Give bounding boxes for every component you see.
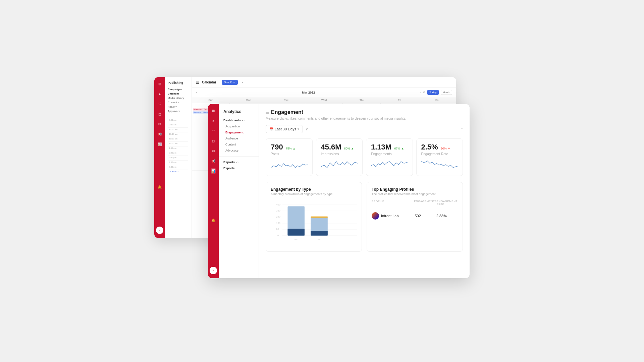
- time-slot-6: 12:00 am: [168, 141, 188, 146]
- analytics-sidebar-icon-mail[interactable]: ✉: [211, 148, 216, 154]
- day-mon: Mon: [230, 97, 268, 103]
- sidebar-icon-grid[interactable]: ⊞: [157, 81, 162, 86]
- nav-item-ready[interactable]: Ready ›: [168, 105, 189, 109]
- nav-item-content[interactable]: Content ›: [168, 100, 189, 105]
- table-header: Profile Engagements Engagement Rate: [372, 200, 458, 208]
- today-button[interactable]: Today: [427, 90, 438, 95]
- calendar-header: Calendar New Post ▾: [192, 77, 456, 88]
- sidebar-icon-arrow[interactable]: ➤: [157, 91, 162, 97]
- menu-icon[interactable]: [196, 81, 199, 84]
- calendar-filter-icon[interactable]: ▾: [242, 81, 243, 84]
- svg-text:----: ----: [294, 238, 298, 240]
- funnel-icon[interactable]: ⊽: [306, 127, 308, 131]
- prev-month-btn[interactable]: ‹: [196, 91, 197, 94]
- next-month-btn[interactable]: ›: [420, 91, 421, 94]
- day-tue: Tue: [267, 97, 305, 103]
- nav-sub-engagement[interactable]: Engagement: [219, 129, 259, 135]
- sidebar-icon-megaphone[interactable]: 📢: [157, 131, 162, 137]
- exports-section[interactable]: Exports: [219, 165, 259, 171]
- publishing-title: Publishing: [168, 81, 189, 84]
- sidebar-icon-bell[interactable]: 🔔: [157, 184, 162, 189]
- settings-icon[interactable]: ⚙: [423, 91, 425, 94]
- time-slot-2: 9:30 am: [168, 123, 188, 127]
- analytics-nav: Analytics Dashboards › Acquisition Engag…: [219, 104, 259, 278]
- rate-sparkline: [421, 159, 458, 170]
- chart-title: Engagement by Type: [271, 187, 357, 192]
- analytics-sidebar-icon-megaphone[interactable]: 📢: [211, 158, 216, 164]
- bar-chart-area: 400 320 240 160 80 0: [271, 200, 357, 247]
- day-sun: Sun: [192, 97, 230, 103]
- posts-label: Posts: [271, 152, 308, 156]
- profile-name: Infront Lab: [381, 214, 399, 218]
- calendar-day-headers: Sun Mon Tue Wed Thu Fri Sat: [192, 97, 456, 103]
- time-slot-8: 2:00 pm: [168, 151, 188, 156]
- analytics-menu-icon[interactable]: [266, 111, 269, 114]
- calendar-left-nav: Publishing Campaigns Calendar Media Libr…: [165, 77, 192, 238]
- month-view-button[interactable]: Month: [441, 90, 452, 95]
- nav-sub-acquisition[interactable]: Acquisition: [219, 123, 259, 129]
- analytics-sidebar-icon-grid[interactable]: ⊞: [211, 108, 216, 113]
- nav-item-media-library[interactable]: Media Library: [168, 96, 189, 100]
- time-slot-1: 9:00 am: [168, 118, 188, 123]
- scene: ⊞ ➤ ♡ ◻ ✉ 📢 📊 🔔 in Publishing Campaigns …: [154, 77, 490, 285]
- sidebar-icon-heart[interactable]: ♡: [157, 101, 162, 107]
- impressions-change: 60% ▲: [344, 147, 354, 150]
- impressions-sparkline: [321, 159, 358, 170]
- rate-value: 2.5%: [421, 143, 438, 152]
- nav-sub-advocacy[interactable]: Advocacy: [219, 147, 259, 154]
- nav-item-approvals[interactable]: Approvals: [168, 109, 189, 113]
- engagement-by-type-card: Engagement by Type A monthly breakdown o…: [266, 182, 362, 252]
- analytics-sidebar-icon-chat[interactable]: ◻: [211, 138, 216, 143]
- nav-item-campaigns[interactable]: Campaigns: [168, 87, 189, 92]
- month-title: Mar 2022: [199, 91, 418, 94]
- sidebar-icon-chart[interactable]: 📊: [157, 141, 162, 147]
- svg-text:0: 0: [277, 234, 279, 237]
- reports-section[interactable]: Reports ›: [219, 159, 259, 165]
- analytics-sidebar-logo: in: [210, 267, 217, 274]
- profile-cell: Infront Lab: [372, 212, 415, 220]
- metric-card-engagements: 1.13M 67% ▲ Engagements: [366, 138, 413, 176]
- top-profiles-card: Top Engaging Profiles The profiles that …: [367, 182, 463, 252]
- analytics-main-content: Engagement Measure clicks, likes, commen…: [259, 104, 470, 278]
- nav-sub-audience[interactable]: Audience: [219, 135, 259, 141]
- profile-engagements: 502: [415, 214, 436, 218]
- svg-rect-16: [311, 231, 327, 236]
- time-slot-3: 10:00 am: [168, 127, 188, 132]
- avatar: [372, 212, 379, 220]
- date-filter-button[interactable]: 📅 Last 30 Days ▾: [266, 125, 303, 133]
- analytics-window: ⊞ ➤ ♡ ◻ ✉ 📢 📊 🔔 in Analytics Dashboards …: [208, 104, 470, 278]
- chart-subtitle: A monthly breakdown of engagements by ty…: [271, 192, 357, 196]
- analytics-sidebar-icon-arrow[interactable]: ➤: [211, 118, 216, 123]
- profiles-subtitle: The profiles that received the most enga…: [372, 192, 458, 196]
- nav-item-calendar[interactable]: Calendar: [168, 92, 189, 96]
- sidebar-icon-mail[interactable]: ✉: [157, 121, 162, 127]
- time-column: 9:00 am 9:30 am 10:00 am 10:30 am 11:00 …: [168, 117, 189, 176]
- analytics-sidebar-icon-heart[interactable]: ♡: [211, 128, 216, 133]
- rate-change: 20% ▼: [441, 147, 450, 150]
- table-row: Infront Lab 502 2.88%: [372, 210, 458, 222]
- nav-sub-content[interactable]: Content: [219, 141, 259, 147]
- analytics-filter-row: 📅 Last 30 Days ▾ ⊽ ↑: [266, 125, 463, 133]
- time-slot-11: 3:30 pm: [168, 165, 188, 170]
- svg-text:80: 80: [276, 228, 279, 231]
- sidebar-logo: in: [156, 227, 163, 234]
- analytics-title-row: Engagement: [266, 109, 463, 115]
- metric-card-impressions: 45.6M 60% ▲ Impressions: [316, 138, 363, 176]
- new-post-button[interactable]: New Post: [222, 80, 238, 85]
- calendar-icon: 📅: [269, 127, 273, 131]
- sidebar-icon-chat[interactable]: ◻: [157, 111, 162, 117]
- calendar-title: Calendar: [202, 80, 216, 84]
- export-button[interactable]: ↑: [461, 127, 463, 131]
- profile-rate: 2.88%: [436, 214, 458, 218]
- analytics-nav-title: Analytics: [219, 109, 259, 117]
- svg-text:320: 320: [276, 209, 280, 212]
- engagements-value: 1.13M: [371, 143, 391, 152]
- profiles-title: Top Engaging Profiles: [372, 187, 458, 192]
- rate-label: Engagement Rate: [421, 152, 458, 156]
- posts-sparkline: [271, 159, 308, 170]
- dashboards-section[interactable]: Dashboards ›: [219, 117, 259, 123]
- bottom-row: Engagement by Type A monthly breakdown o…: [266, 182, 463, 252]
- analytics-sidebar-icon-chart[interactable]: 📊: [211, 168, 216, 174]
- analytics-sidebar: ⊞ ➤ ♡ ◻ ✉ 📢 📊 🔔 in: [208, 104, 219, 278]
- analytics-sidebar-icon-bell[interactable]: 🔔: [211, 218, 216, 223]
